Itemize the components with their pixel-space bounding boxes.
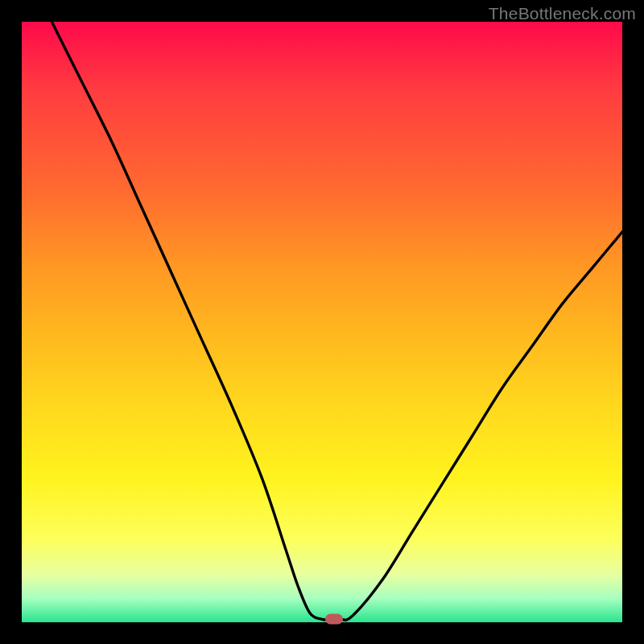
chart-frame: TheBottleneck.com <box>0 0 644 644</box>
min-point-marker <box>325 614 343 625</box>
curve-svg <box>22 22 622 622</box>
bottleneck-curve <box>52 22 622 620</box>
plot-area <box>22 22 622 622</box>
watermark-text: TheBottleneck.com <box>489 4 636 23</box>
